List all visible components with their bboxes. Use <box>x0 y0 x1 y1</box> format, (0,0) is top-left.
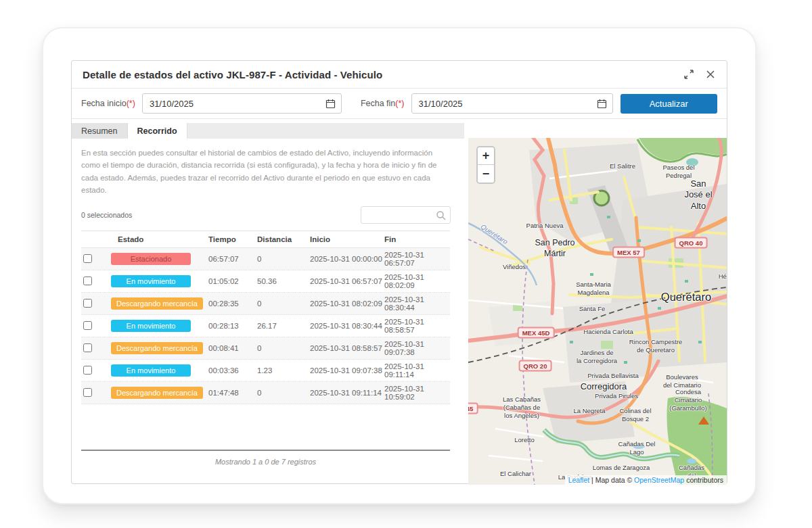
status-table-body: Estacionado 06:57:07 0 2025-10-31 00:00:… <box>81 248 450 404</box>
footer-divider <box>81 450 450 451</box>
cell-inicio: 2025-10-31 09:07:38 <box>310 366 384 375</box>
table-row[interactable]: En movimiento 00:28:13 26.17 2025-10-31 … <box>81 315 450 337</box>
status-badge: En movimiento <box>111 364 191 377</box>
table-footer: Mostrando 1 a 0 de 7 registros <box>81 450 450 466</box>
map-attribution: Leaflet | Map data © OpenStreetMap contr… <box>565 475 727 485</box>
cell-inicio: 2025-10-31 06:57:07 <box>310 277 384 285</box>
table-row[interactable]: En movimiento 01:05:02 50.36 2025-10-31 … <box>81 270 450 293</box>
cell-distancia: 0 <box>257 255 310 263</box>
map-zoom-control: + − <box>476 146 495 184</box>
close-icon[interactable] <box>705 69 716 80</box>
calendar-icon[interactable] <box>325 99 336 109</box>
table-row[interactable]: Estacionado 06:57:07 0 2025-10-31 00:00:… <box>81 248 450 270</box>
header-tiempo[interactable]: Tiempo <box>208 235 257 243</box>
cell-inicio: 2025-10-31 09:11:14 <box>310 389 384 397</box>
calendar-icon[interactable] <box>597 99 607 109</box>
row-checkbox[interactable] <box>83 343 92 352</box>
search-icon[interactable] <box>436 210 446 220</box>
table-row[interactable]: Descargando mercancía 00:08:41 0 2025-10… <box>81 337 450 360</box>
cell-distancia: 0 <box>257 344 310 352</box>
status-badge: Descargando mercancía <box>111 297 203 310</box>
cell-distancia: 50.36 <box>257 277 310 285</box>
cell-tiempo: 00:03:36 <box>208 366 257 375</box>
expand-icon[interactable] <box>683 69 694 80</box>
cell-fin: 2025-10-31 09:07:38 <box>384 340 450 356</box>
cell-tiempo: 06:57:07 <box>208 255 257 263</box>
status-badge: En movimiento <box>111 320 191 332</box>
start-date-field <box>142 93 342 114</box>
row-checkbox[interactable] <box>83 321 92 330</box>
cell-distancia: 26.17 <box>257 322 310 330</box>
status-table: Estado Tiempo Distancia Inicio Fin Estac… <box>81 231 450 404</box>
row-checkbox[interactable] <box>83 254 92 263</box>
header-estado[interactable]: Estado <box>106 235 208 243</box>
map-canvas <box>468 138 727 485</box>
cell-distancia: 0 <box>257 389 310 397</box>
end-date-field <box>411 93 614 114</box>
cell-tiempo: 00:28:13 <box>208 322 257 330</box>
row-checkbox[interactable] <box>83 299 92 308</box>
status-badge: Descargando mercancía <box>111 342 203 354</box>
row-checkbox[interactable] <box>83 277 92 285</box>
start-date-input[interactable] <box>143 94 341 113</box>
status-badge: Estacionado <box>111 253 191 265</box>
cell-inicio: 2025-10-31 00:00:00 <box>310 255 384 263</box>
search-box <box>361 206 451 224</box>
table-row[interactable]: En movimiento 00:03:36 1.23 2025-10-31 0… <box>81 360 450 382</box>
cell-inicio: 2025-10-31 08:02:09 <box>310 299 384 308</box>
cell-fin: 2025-10-31 09:11:14 <box>384 362 450 379</box>
cell-fin: 2025-10-31 08:58:57 <box>384 318 450 334</box>
cell-fin: 2025-10-31 06:57:07 <box>384 251 450 267</box>
tabs-strip: Resumen Recorrido <box>72 123 464 139</box>
header-distancia[interactable]: Distancia <box>257 235 310 243</box>
cell-fin: 2025-10-31 10:59:02 <box>384 385 450 401</box>
start-date-label: Fecha inicio(*) <box>81 99 135 108</box>
tab-resumen[interactable]: Resumen <box>72 123 128 139</box>
modal-title: Detalle de estados del activo JKL-987-F … <box>83 69 382 80</box>
header-inicio[interactable]: Inicio <box>310 235 384 243</box>
end-date-input[interactable] <box>412 94 613 113</box>
records-count-text: Mostrando 1 a 0 de 7 registros <box>81 458 450 466</box>
modal-header: Detalle de estados del activo JKL-987-F … <box>72 61 727 89</box>
leaflet-map[interactable]: + − El SalitrePaseos del PedregalSan Jos… <box>468 138 727 485</box>
asset-status-modal: Detalle de estados del activo JKL-987-F … <box>71 60 727 484</box>
cell-tiempo: 01:47:48 <box>208 389 257 397</box>
zoom-in-button[interactable]: + <box>478 147 494 165</box>
section-description: En esta sección puedes consultar el hist… <box>81 147 451 197</box>
cell-tiempo: 00:08:41 <box>208 344 257 352</box>
modal-body: Resumen Recorrido En esta sección puedes… <box>72 119 727 483</box>
update-button[interactable]: Actualizar <box>621 94 718 114</box>
osm-link[interactable]: OpenStreetMap <box>634 476 684 484</box>
cell-inicio: 2025-10-31 08:30:44 <box>310 322 384 330</box>
table-toolbar: 0 seleccionados <box>81 206 451 224</box>
tab-recorrido[interactable]: Recorrido <box>128 123 187 139</box>
row-checkbox[interactable] <box>83 388 92 397</box>
filter-bar: Fecha inicio(*) Fecha fin(*) <box>72 89 727 119</box>
cell-distancia: 0 <box>257 299 310 308</box>
table-row[interactable]: Descargando mercancía 00:28:35 0 2025-10… <box>81 293 450 315</box>
table-header-row: Estado Tiempo Distancia Inicio Fin <box>81 231 450 248</box>
end-date-label: Fecha fin(*) <box>361 99 405 108</box>
cell-fin: 2025-10-31 08:02:09 <box>384 273 450 289</box>
cell-tiempo: 01:05:02 <box>208 277 257 285</box>
cell-inicio: 2025-10-31 08:58:57 <box>310 344 384 352</box>
status-badge: Descargando mercancía <box>111 387 203 399</box>
recorrido-panel: En esta sección puedes consultar el hist… <box>72 139 464 483</box>
device-frame: Detalle de estados del activo JKL-987-F … <box>42 27 757 504</box>
status-badge: En movimiento <box>111 275 191 287</box>
leaflet-link[interactable]: Leaflet <box>568 476 590 484</box>
header-fin[interactable]: Fin <box>384 235 450 243</box>
selection-count: 0 seleccionados <box>81 211 132 219</box>
cell-tiempo: 00:28:35 <box>208 299 257 308</box>
cell-fin: 2025-10-31 08:30:44 <box>384 295 450 312</box>
cell-distancia: 1.23 <box>257 366 310 375</box>
zoom-out-button[interactable]: − <box>478 165 494 183</box>
row-checkbox[interactable] <box>83 366 92 375</box>
table-row[interactable]: Descargando mercancía 01:47:48 0 2025-10… <box>81 382 450 404</box>
